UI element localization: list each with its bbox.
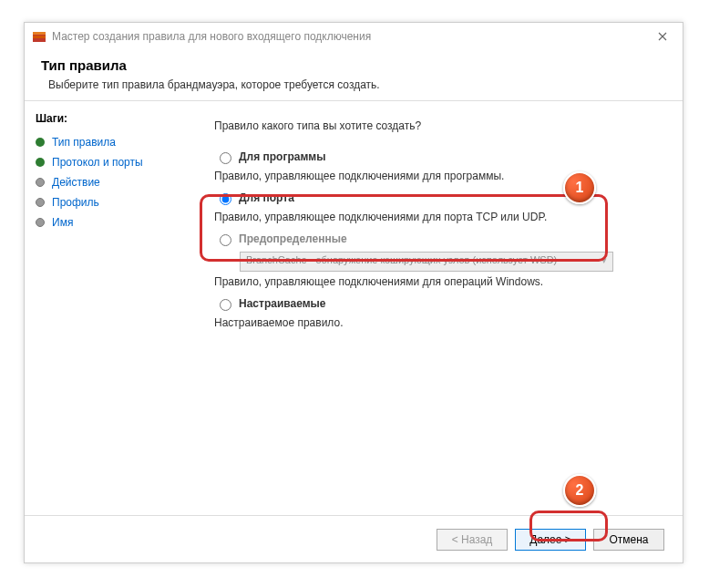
bullet-icon	[36, 178, 45, 187]
back-button: < Назад	[437, 529, 508, 551]
dropdown-value: BranchCache - обнаружение кэширующих узл…	[246, 254, 557, 265]
option-desc: Правило, управляющее подключениями для о…	[214, 275, 664, 288]
radio-port[interactable]	[220, 193, 231, 205]
bullet-icon	[36, 138, 45, 147]
predefined-dropdown[interactable]: BranchCache - обнаружение кэширующих узл…	[240, 252, 613, 272]
cancel-button[interactable]: Отмена	[593, 529, 664, 551]
option-custom[interactable]: Настраиваемые	[214, 295, 664, 313]
step-profile[interactable]: Профиль	[36, 192, 194, 212]
option-label: Для программы	[239, 150, 325, 163]
window-title: Мастер создания правила для нового входя…	[52, 30, 371, 43]
radio-program[interactable]	[220, 152, 231, 164]
step-protocol-ports[interactable]: Протокол и порты	[36, 152, 194, 172]
step-name[interactable]: Имя	[36, 212, 194, 232]
close-button[interactable]	[642, 23, 683, 50]
titlebar: Мастер создания правила для нового входя…	[25, 23, 683, 50]
wizard-body: Шаги: Тип правила Протокол и порты Дейст…	[25, 105, 683, 519]
option-program[interactable]: Для программы	[214, 149, 664, 166]
page-subtitle: Выберите тип правила брандмауэра, которо…	[41, 78, 666, 91]
annotation-badge-2: 2	[563, 474, 596, 507]
step-label: Тип правила	[52, 136, 116, 149]
divider	[25, 100, 683, 101]
page-title: Тип правила	[41, 57, 666, 73]
content-panel: Правило какого типа вы хотите создать? Д…	[205, 105, 683, 519]
wizard-footer: < Назад Далее > Отмена	[25, 515, 683, 562]
option-label: Предопределенные	[239, 232, 347, 245]
step-action[interactable]: Действие	[36, 172, 194, 192]
option-label: Для порта	[239, 191, 294, 204]
steps-panel: Шаги: Тип правила Протокол и порты Дейст…	[25, 105, 205, 519]
wizard-header: Тип правила Выберите тип правила брандма…	[25, 50, 683, 100]
bullet-icon	[36, 158, 45, 167]
option-port[interactable]: Для порта	[214, 190, 664, 207]
steps-label: Шаги:	[36, 112, 194, 125]
option-desc: Настраиваемое правило.	[214, 316, 664, 329]
bullet-icon	[36, 198, 45, 207]
annotation-badge-1: 1	[563, 171, 596, 204]
step-rule-type[interactable]: Тип правила	[36, 132, 194, 152]
firewall-icon	[32, 29, 46, 44]
content-prompt: Правило какого типа вы хотите создать?	[214, 119, 664, 132]
option-desc: Правило, управляющее подключениями для п…	[214, 211, 664, 223]
option-desc: Правило, управляющее подключениями для п…	[214, 170, 664, 182]
step-label: Действие	[52, 176, 100, 189]
radio-custom[interactable]	[220, 299, 231, 311]
option-label: Настраиваемые	[239, 297, 325, 310]
svg-rect-2	[33, 36, 46, 38]
step-label: Профиль	[52, 196, 99, 209]
step-label: Имя	[52, 216, 73, 229]
option-predefined[interactable]: Предопределенные	[214, 231, 664, 248]
next-button[interactable]: Далее >	[515, 529, 586, 551]
radio-predefined[interactable]	[220, 234, 231, 246]
svg-rect-1	[33, 32, 46, 35]
step-label: Протокол и порты	[52, 156, 143, 169]
bullet-icon	[36, 218, 45, 227]
